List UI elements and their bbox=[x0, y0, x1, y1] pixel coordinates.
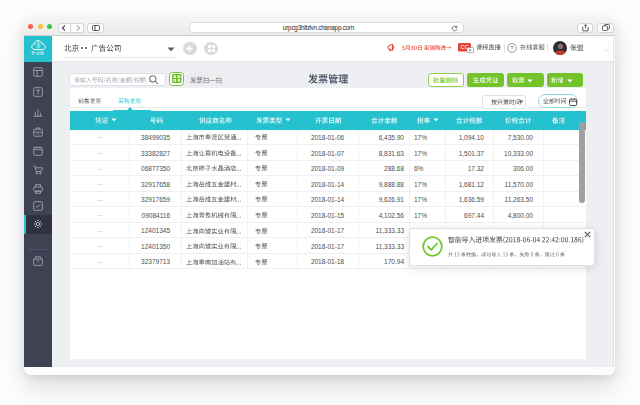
svg-text:?: ? bbox=[510, 44, 514, 51]
